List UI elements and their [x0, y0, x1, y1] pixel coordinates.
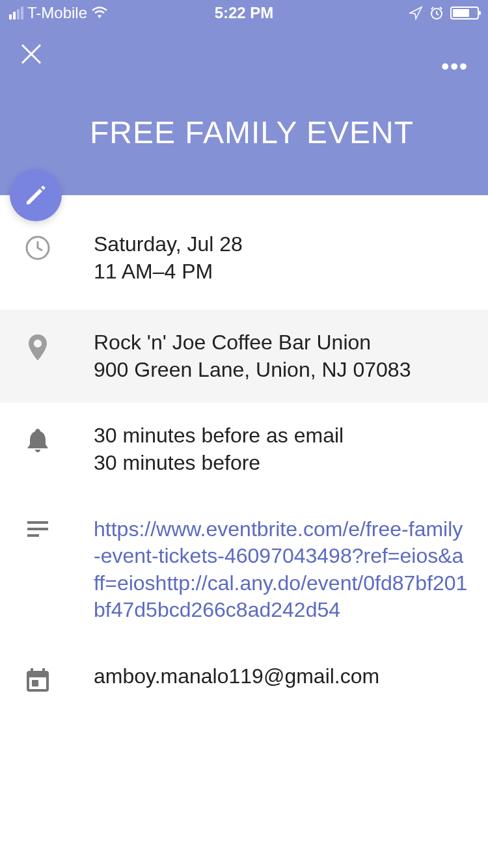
notes-icon — [23, 516, 52, 538]
time-row[interactable]: Saturday, Jul 28 11 AM–4 PM — [0, 195, 488, 310]
event-time: 11 AM–4 PM — [94, 258, 243, 286]
alarm-icon — [429, 6, 444, 20]
location-row[interactable]: Rock 'n' Joe Coffee Bar Union 900 Green … — [0, 310, 488, 403]
reminder-row[interactable]: 30 minutes before as email 30 minutes be… — [0, 403, 488, 496]
calendar-row[interactable]: amboy.manalo119@gmail.com — [0, 644, 488, 712]
battery-icon — [450, 7, 479, 20]
signal-strength-icon — [9, 7, 23, 20]
status-bar: T-Mobile 5:22 PM — [0, 0, 488, 26]
close-button[interactable] — [20, 42, 468, 66]
calendar-icon — [23, 663, 52, 693]
notes-row[interactable]: https://www.eventbrite.com/e/free-family… — [0, 496, 488, 644]
event-header: ••• FREE FAMILY EVENT — [0, 26, 488, 195]
bell-icon — [23, 422, 52, 454]
location-name: Rock 'n' Joe Coffee Bar Union — [94, 329, 411, 357]
location-content: Rock 'n' Joe Coffee Bar Union 900 Green … — [94, 329, 411, 383]
location-arrow-icon — [409, 6, 423, 20]
clock-icon — [23, 231, 52, 261]
event-date: Saturday, Jul 28 — [94, 231, 243, 258]
svg-rect-2 — [32, 680, 38, 686]
location-address: 900 Green Lane, Union, NJ 07083 — [94, 357, 411, 384]
pencil-icon — [24, 183, 47, 207]
status-left: T-Mobile — [9, 4, 108, 22]
reminder-notification: 30 minutes before — [94, 450, 344, 477]
calendar-email: amboy.manalo119@gmail.com — [94, 664, 379, 688]
location-pin-icon — [23, 329, 52, 362]
reminder-content: 30 minutes before as email 30 minutes be… — [94, 422, 344, 476]
edit-button[interactable] — [10, 169, 62, 221]
more-options-button[interactable]: ••• — [441, 53, 468, 79]
wifi-icon — [91, 7, 108, 20]
carrier-label: T-Mobile — [27, 4, 87, 22]
reminder-email: 30 minutes before as email — [94, 422, 344, 450]
time-content: Saturday, Jul 28 11 AM–4 PM — [94, 231, 243, 285]
status-time: 5:22 PM — [215, 4, 274, 22]
event-title: FREE FAMILY EVENT — [90, 115, 468, 150]
status-right — [409, 6, 479, 20]
event-link[interactable]: https://www.eventbrite.com/e/free-family… — [94, 517, 467, 622]
calendar-content: amboy.manalo119@gmail.com — [94, 663, 379, 690]
notes-content: https://www.eventbrite.com/e/free-family… — [94, 516, 468, 624]
